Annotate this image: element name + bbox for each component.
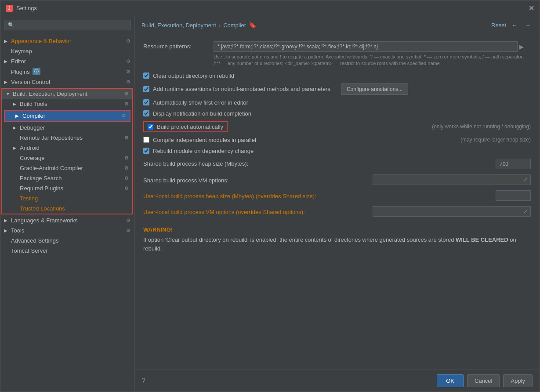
settings-icon: ⚙	[124, 185, 129, 191]
sidebar-item-editor[interactable]: ▶ Editor ⚙	[0, 56, 134, 66]
rebuild-module-label: Rebuild module on dependency change	[153, 148, 254, 154]
settings-icon: ⚙	[124, 135, 129, 141]
apply-button[interactable]: Apply	[503, 374, 533, 387]
resource-patterns-label: Resource patterns:	[143, 41, 214, 50]
user-vm-input[interactable]	[373, 207, 521, 216]
vm-options-input[interactable]	[373, 175, 521, 185]
sidebar-item-package-search[interactable]: Package Search ⚙	[2, 173, 132, 183]
nav-back-button[interactable]: ←	[510, 21, 519, 29]
sidebar-item-build-tools[interactable]: ▶ Build Tools ⚙	[2, 99, 132, 109]
sidebar-item-appearance[interactable]: ▶ Appearance & Behavior ⚙	[0, 36, 134, 46]
expand-icon[interactable]: ⤢	[521, 175, 530, 185]
main-header: Build, Execution, Deployment › Compiler …	[134, 16, 540, 34]
resource-patterns-input-row: ▶	[214, 41, 531, 52]
clear-output-row: Clear output directory on rebuild	[143, 73, 531, 79]
title-bar-left: J Settings	[6, 5, 37, 12]
sidebar-item-label: Tools	[11, 227, 24, 234]
compiler-item-wrapper: ▶ Compiler ⚙	[4, 110, 130, 122]
warning-text: If option 'Clear output directory on reb…	[143, 236, 531, 253]
sidebar: ▶ Appearance & Behavior ⚙ Keymap ▶ Edito…	[0, 16, 134, 392]
breadcrumb-part2[interactable]: Compiler	[223, 22, 246, 29]
scroll-right-icon[interactable]: ▶	[518, 43, 526, 51]
vm-options-row: Shared build process VM options: ⤢	[143, 174, 531, 185]
main-content-area: ▶ Appearance & Behavior ⚙ Keymap ▶ Edito…	[0, 16, 540, 392]
build-automatically-row: Build project automatically (only works …	[143, 121, 531, 132]
sidebar-item-required-plugins[interactable]: Required Plugins ⚙	[2, 183, 132, 193]
sidebar-item-testing[interactable]: Testing	[2, 193, 132, 203]
resource-patterns-input[interactable]	[214, 41, 518, 52]
settings-icon: ⚙	[124, 101, 129, 107]
clear-output-label: Clear output directory on rebuild	[153, 73, 234, 79]
user-heap-row: User-local build process heap size (Mbyt…	[143, 190, 531, 201]
cancel-button[interactable]: Cancel	[467, 374, 500, 387]
compile-parallel-hint: (may require larger heap size)	[452, 137, 531, 143]
user-heap-input[interactable]	[496, 190, 531, 201]
expand-arrow: ▶	[13, 102, 19, 106]
sidebar-item-advanced-settings[interactable]: Advanced Settings	[0, 236, 134, 246]
heap-size-input[interactable]	[496, 159, 531, 169]
help-button[interactable]: ?	[141, 377, 145, 385]
header-actions: Reset ← →	[491, 21, 533, 29]
sidebar-item-remote-jar[interactable]: Remote Jar Repositories ⚙	[2, 133, 132, 143]
sidebar-item-debugger[interactable]: ▶ Debugger	[2, 123, 132, 133]
expand-icon[interactable]: ⤢	[521, 207, 530, 216]
vm-options-label: Shared build process VM options:	[143, 175, 373, 184]
breadcrumb-part1[interactable]: Build, Execution, Deployment	[141, 22, 216, 29]
sidebar-item-build-execution[interactable]: ▼ Build, Execution, Deployment ⚙	[2, 89, 132, 99]
sidebar-item-plugins[interactable]: Plugins ⓘ ⚙	[0, 66, 134, 77]
sidebar-item-trusted-locations[interactable]: Trusted Locations	[2, 203, 132, 214]
configure-annotations-button[interactable]: Configure annotations...	[341, 83, 408, 95]
sidebar-item-coverage[interactable]: Coverage ⚙	[2, 153, 132, 163]
add-runtime-row: Add runtime assertions for notnull-annot…	[143, 83, 531, 95]
sidebar-item-label: Advanced Settings	[11, 237, 58, 244]
bottom-buttons: OK Cancel Apply	[437, 374, 533, 387]
settings-icon: ⚙	[122, 113, 126, 119]
bottom-bar: ? OK Cancel Apply	[134, 370, 540, 392]
sidebar-item-label: Coverage	[20, 155, 44, 161]
settings-dialog: J Settings ✕ ▶ Appearance & Behavior ⚙	[0, 0, 540, 392]
sidebar-item-languages[interactable]: ▶ Languages & Frameworks ⚙	[0, 215, 134, 225]
expand-arrow: ▶	[13, 145, 19, 150]
compile-parallel-label: Compile independent modules in parallel	[153, 137, 256, 143]
expand-arrow: ▼	[6, 91, 12, 96]
sidebar-item-tomcat[interactable]: Tomcat Server	[0, 246, 134, 256]
show-first-error-checkbox[interactable]	[143, 99, 149, 105]
sidebar-item-android[interactable]: ▶ Android	[2, 143, 132, 153]
sidebar-item-label: Version Control	[11, 79, 50, 85]
nav-forward-button[interactable]: →	[523, 21, 533, 29]
expand-arrow: ▶	[4, 59, 10, 64]
sidebar-item-label: Tomcat Server	[11, 247, 48, 254]
settings-icon: ⚙	[126, 218, 130, 223]
settings-icon: ⚙	[126, 228, 130, 233]
compile-parallel-checkbox[interactable]	[143, 137, 149, 143]
sidebar-item-label: Gradle-Android Compiler	[20, 165, 83, 171]
clear-output-checkbox[interactable]	[143, 73, 149, 79]
settings-icon: ⚙	[126, 79, 130, 85]
sidebar-item-keymap[interactable]: Keymap	[0, 46, 134, 56]
rebuild-module-checkbox[interactable]	[143, 148, 149, 154]
warning-box: WARNING! If option 'Clear output directo…	[143, 225, 531, 253]
sidebar-item-tools[interactable]: ▶ Tools ⚙	[0, 225, 134, 236]
build-automatically-highlighted: Build project automatically	[143, 121, 228, 132]
reset-button[interactable]: Reset	[491, 22, 506, 29]
expand-arrow: ▶	[4, 218, 10, 223]
sidebar-item-gradle-android[interactable]: Gradle-Android Compiler ⚙	[2, 163, 132, 173]
settings-icon: ⚙	[126, 38, 130, 44]
add-runtime-checkbox[interactable]	[143, 86, 149, 92]
sidebar-item-label: Remote Jar Repositories	[20, 134, 83, 141]
user-vm-row: User-local build process VM options (ove…	[143, 206, 531, 217]
sidebar-item-version-control[interactable]: ▶ Version Control ⚙	[0, 77, 134, 87]
sidebar-tree: ▶ Appearance & Behavior ⚙ Keymap ▶ Edito…	[0, 34, 134, 392]
expand-arrow: ▶	[13, 125, 19, 130]
build-automatically-checkbox[interactable]	[148, 124, 153, 130]
display-notification-checkbox[interactable]	[143, 110, 149, 116]
ok-button[interactable]: OK	[437, 374, 464, 387]
build-automatically-label: Build project automatically	[157, 123, 223, 130]
close-button[interactable]: ✕	[529, 4, 534, 12]
resource-patterns-control: ▶ Use ; to separate patterns and ! to ne…	[214, 41, 531, 67]
sidebar-item-label: Build, Execution, Deployment	[13, 91, 87, 97]
compile-parallel-row: Compile independent modules in parallel …	[143, 137, 531, 143]
search-input[interactable]	[4, 20, 130, 30]
sidebar-item-compiler[interactable]: ▶ Compiler ⚙	[5, 111, 130, 121]
sidebar-item-label: Plugins	[11, 69, 30, 75]
